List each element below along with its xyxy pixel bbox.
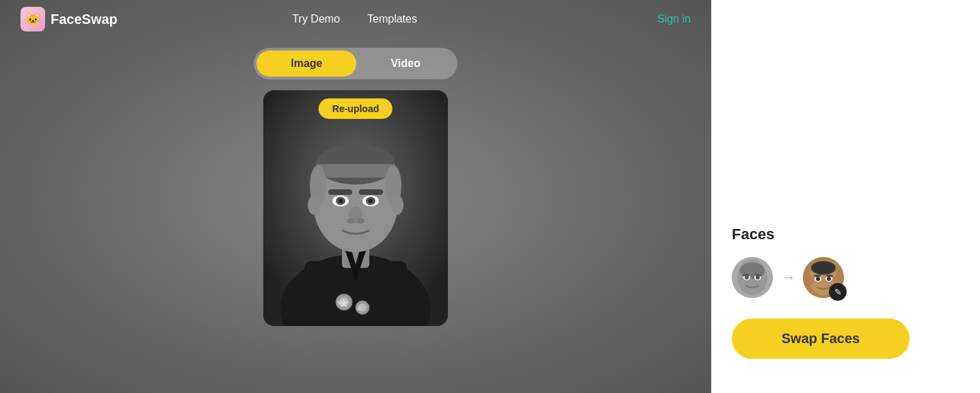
logo-icon: 🐱	[21, 7, 45, 31]
image-mode-button[interactable]: Image	[256, 51, 356, 77]
faces-row: →	[732, 257, 959, 298]
svg-point-17	[369, 199, 373, 203]
svg-rect-38	[755, 274, 762, 276]
svg-point-22	[391, 195, 403, 215]
svg-text:★: ★	[356, 303, 363, 313]
navbar: 🐱 FaceSwap Try Demo Templates Sign in	[0, 0, 711, 38]
swap-faces-button[interactable]: Swap Faces	[732, 319, 910, 359]
svg-rect-37	[743, 274, 750, 276]
faces-section: Faces →	[732, 226, 959, 359]
mode-toggle: Image Video	[254, 48, 458, 79]
edit-icon: ✎	[834, 287, 842, 297]
svg-rect-11	[359, 189, 383, 195]
svg-point-19	[347, 218, 355, 223]
edit-face-button[interactable]: ✎	[829, 283, 847, 301]
svg-rect-7	[317, 164, 395, 178]
nav-try-demo[interactable]: Try Demo	[292, 13, 340, 25]
svg-rect-10	[328, 189, 352, 195]
main-image-area: Re-upload	[263, 90, 448, 326]
source-face-image	[732, 257, 773, 298]
faces-title: Faces	[732, 226, 959, 243]
reupload-button[interactable]: Re-upload	[319, 98, 393, 119]
source-face-avatar	[732, 257, 773, 298]
svg-point-43	[816, 277, 820, 281]
svg-point-41	[811, 261, 836, 275]
svg-rect-47	[826, 275, 833, 277]
sign-in-link[interactable]: Sign in	[657, 13, 691, 25]
brand-name: FaceSwap	[51, 12, 118, 27]
portrait-image: ★ ★	[263, 90, 448, 326]
nav-templates[interactable]: Templates	[367, 13, 417, 25]
video-mode-button[interactable]: Video	[356, 51, 454, 77]
left-panel: 🐱 FaceSwap Try Demo Templates Sign in Im…	[0, 0, 711, 393]
svg-point-48	[808, 275, 814, 285]
right-panel: Faces →	[711, 0, 980, 393]
logo-link[interactable]: 🐱 FaceSwap	[21, 7, 118, 31]
svg-rect-46	[814, 275, 821, 277]
svg-point-45	[827, 277, 831, 281]
faces-arrow-icon: →	[781, 269, 795, 286]
svg-point-32	[740, 262, 765, 279]
target-face-wrapper: ✎	[803, 257, 844, 298]
svg-point-21	[308, 195, 320, 215]
nav-links: Try Demo Templates	[237, 13, 417, 25]
uploaded-image: ★ ★	[263, 90, 448, 326]
svg-point-20	[356, 218, 365, 223]
svg-point-14	[339, 199, 343, 203]
svg-text:★: ★	[336, 297, 345, 308]
